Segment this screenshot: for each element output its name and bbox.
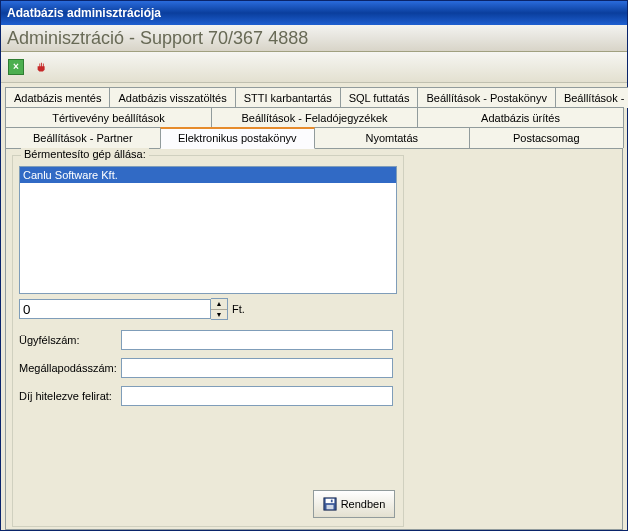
- tab-strip: Adatbázis mentés Adatbázis visszatöltés …: [1, 85, 627, 530]
- amount-row: ▲ ▼ Ft.: [19, 298, 245, 320]
- toolbar-close-button[interactable]: ×: [5, 56, 27, 78]
- tab-beallitasok-postakonyv[interactable]: Beállítások - Postakönyv: [417, 87, 555, 108]
- list-item[interactable]: Canlu Software Kft.: [20, 167, 396, 183]
- tab-adatbazis-visszatoltes[interactable]: Adatbázis visszatöltés: [109, 87, 235, 108]
- subheader-text: Adminisztráció - Support 70/367 4888: [7, 28, 308, 49]
- toolbar: ×: [1, 52, 627, 83]
- ok-button[interactable]: Rendben: [313, 490, 395, 518]
- groupbox-label: Bérmentesíto gép állása:: [21, 148, 149, 160]
- tab-postacsomag[interactable]: Postacsomag: [469, 127, 625, 148]
- tab-elektronikus-postakonyv[interactable]: Elektronikus postakönyv: [160, 127, 316, 149]
- stop-icon: [35, 60, 49, 74]
- company-listbox[interactable]: Canlu Software Kft.: [19, 166, 397, 294]
- row-dij-hitelezve: Díj hitelezve felirat:: [19, 386, 393, 406]
- input-ugyfelszam[interactable]: [121, 330, 393, 350]
- tab-stti-karbantartas[interactable]: STTI karbantartás: [235, 87, 341, 108]
- amount-input[interactable]: [19, 299, 211, 319]
- svg-rect-1: [325, 499, 334, 503]
- subheader: Adminisztráció - Support 70/367 4888: [1, 25, 627, 52]
- row-ugyfelszam: Ügyfélszám:: [19, 330, 393, 350]
- tab-adatbazis-urites[interactable]: Adatbázis ürítés: [417, 107, 624, 128]
- save-icon: [323, 497, 337, 511]
- tab-nyomtatas[interactable]: Nyomtatás: [314, 127, 470, 148]
- app-window: Adatbázis adminisztrációja Adminisztráci…: [0, 0, 628, 531]
- tab-adatbazis-mentes[interactable]: Adatbázis mentés: [5, 87, 110, 108]
- input-dij-hitelezve[interactable]: [121, 386, 393, 406]
- groupbox-bermentesito: Bérmentesíto gép állása: Canlu Software …: [12, 155, 404, 527]
- toolbar-stop-button[interactable]: [31, 56, 53, 78]
- label-megallapodasszam: Megállapodásszám:: [19, 362, 121, 374]
- amount-unit: Ft.: [232, 303, 245, 315]
- tab-page: Bérmentesíto gép állása: Canlu Software …: [5, 148, 623, 530]
- amount-spinner[interactable]: ▲ ▼: [211, 298, 228, 320]
- tab-sql-futtatas[interactable]: SQL futtatás: [340, 87, 419, 108]
- row-megallapodasszam: Megállapodásszám:: [19, 358, 393, 378]
- svg-rect-2: [326, 505, 333, 509]
- svg-rect-3: [331, 500, 333, 503]
- close-icon: ×: [8, 59, 24, 75]
- tab-feladojegyzekek[interactable]: Beállítások - Feladójegyzékek: [211, 107, 418, 128]
- tab-tertiveveny[interactable]: Tértivevény beállítások: [5, 107, 212, 128]
- window-title: Adatbázis adminisztrációja: [7, 6, 161, 20]
- label-dij-hitelezve: Díj hitelezve felirat:: [19, 390, 121, 402]
- tab-row-2: Tértivevény beállítások Beállítások - Fe…: [5, 107, 623, 128]
- spinner-down-icon[interactable]: ▼: [211, 310, 227, 320]
- tab-row-1: Adatbázis mentés Adatbázis visszatöltés …: [5, 87, 623, 108]
- label-ugyfelszam: Ügyfélszám:: [19, 334, 121, 346]
- tab-row-3: Beállítások - Partner Elektronikus posta…: [5, 127, 623, 149]
- ok-button-label: Rendben: [341, 498, 386, 510]
- titlebar[interactable]: Adatbázis adminisztrációja: [1, 1, 627, 25]
- input-megallapodasszam[interactable]: [121, 358, 393, 378]
- spinner-up-icon[interactable]: ▲: [211, 299, 227, 310]
- tab-beallitasok-iktatas[interactable]: Beállítások - Iktatás: [555, 87, 628, 108]
- tab-beallitasok-partner[interactable]: Beállítások - Partner: [5, 127, 161, 148]
